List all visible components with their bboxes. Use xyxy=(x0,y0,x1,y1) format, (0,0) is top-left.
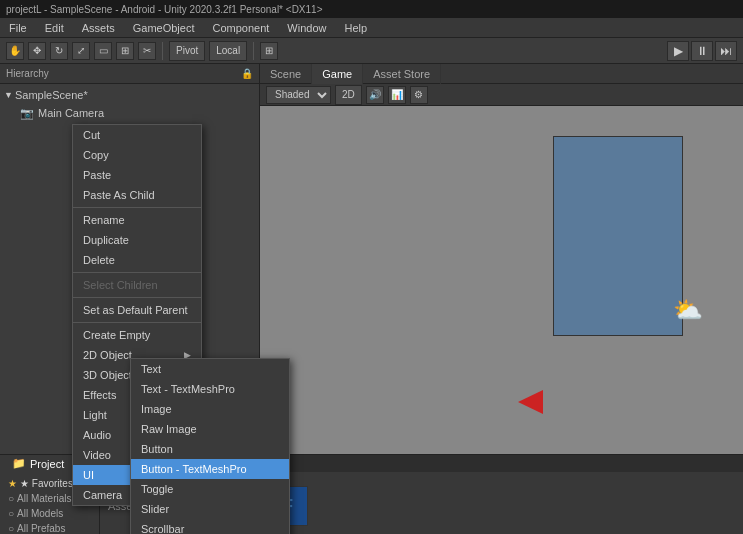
menu-bar: File Edit Assets GameObject Component Wi… xyxy=(0,18,743,38)
grid-icon[interactable]: ⊞ xyxy=(260,42,278,60)
menu-gameobject[interactable]: GameObject xyxy=(128,20,200,36)
ctx-rename[interactable]: Rename xyxy=(73,210,201,230)
transform-tool-icon[interactable]: ⊞ xyxy=(116,42,134,60)
step-button[interactable]: ⏭ xyxy=(715,41,737,61)
shaded-select[interactable]: Shaded xyxy=(266,86,331,104)
rotate-tool-icon[interactable]: ↻ xyxy=(50,42,68,60)
models-icon: ○ xyxy=(8,508,14,519)
project-tab-icon: 📁 xyxy=(12,457,26,470)
game-view: Scene Game Asset Store Shaded 2D 🔊 📊 ⚙ ⛅ xyxy=(260,64,743,514)
title-text: projectL - SampleScene - Android - Unity… xyxy=(6,4,322,15)
rect-tool-icon[interactable]: ▭ xyxy=(94,42,112,60)
gizmos-icon[interactable]: ⚙ xyxy=(410,86,428,104)
game-viewport xyxy=(553,136,683,336)
ctx-copy[interactable]: Copy xyxy=(73,145,201,165)
game-toolbar: Shaded 2D 🔊 📊 ⚙ xyxy=(260,84,743,106)
toolbar-separator-2 xyxy=(253,42,254,60)
materials-icon: ○ xyxy=(8,493,14,504)
menu-window[interactable]: Window xyxy=(282,20,331,36)
ctx-paste[interactable]: Paste xyxy=(73,165,201,185)
audio-toggle-icon[interactable]: 🔊 xyxy=(366,86,384,104)
sub-text[interactable]: Text xyxy=(131,359,289,379)
2d-toggle[interactable]: 2D xyxy=(335,85,362,105)
sub-button-tmpro[interactable]: Button - TextMeshPro xyxy=(131,459,289,479)
tab-game[interactable]: Game xyxy=(312,64,363,84)
hierarchy-content: ▼ SampleScene* 📷 Main Camera Cut Copy Pa… xyxy=(0,84,259,514)
camera-name: Main Camera xyxy=(38,107,104,119)
ctx-select-children: Select Children xyxy=(73,275,201,295)
tab-asset-store[interactable]: Asset Store xyxy=(363,64,441,84)
scene-name: SampleScene* xyxy=(15,89,88,101)
star-icon: ★ xyxy=(8,478,17,489)
arrow-annotation xyxy=(493,390,543,414)
bottom-tab-project[interactable]: 📁 Project xyxy=(0,455,76,472)
toolbar: ✋ ✥ ↻ ⤢ ▭ ⊞ ✂ Pivot Local ⊞ ▶ ⏸ ⏭ xyxy=(0,38,743,64)
toolbar-separator-1 xyxy=(162,42,163,60)
sub-slider[interactable]: Slider xyxy=(131,499,289,519)
red-arrow-icon xyxy=(493,390,543,414)
menu-component[interactable]: Component xyxy=(207,20,274,36)
menu-help[interactable]: Help xyxy=(339,20,372,36)
ctx-sep-2 xyxy=(73,272,201,273)
ctx-cut[interactable]: Cut xyxy=(73,125,201,145)
game-canvas: ⛅ xyxy=(260,106,743,514)
hierarchy-title: Hierarchy xyxy=(6,68,49,79)
sub-raw-image[interactable]: Raw Image xyxy=(131,419,289,439)
pivot-button[interactable]: Pivot xyxy=(169,41,205,61)
view-tabs-bar: Scene Game Asset Store xyxy=(260,64,743,84)
ctx-sep-3 xyxy=(73,297,201,298)
menu-edit[interactable]: Edit xyxy=(40,20,69,36)
sub-text-tmpro[interactable]: Text - TextMeshPro xyxy=(131,379,289,399)
hierarchy-scene-item[interactable]: ▼ SampleScene* xyxy=(0,86,259,104)
hand-tool-icon[interactable]: ✋ xyxy=(6,42,24,60)
prefabs-icon: ○ xyxy=(8,523,14,534)
ctx-set-default-parent[interactable]: Set as Default Parent xyxy=(73,300,201,320)
stats-icon[interactable]: 📊 xyxy=(388,86,406,104)
move-tool-icon[interactable]: ✥ xyxy=(28,42,46,60)
sub-toggle[interactable]: Toggle xyxy=(131,479,289,499)
tab-scene[interactable]: Scene xyxy=(260,64,312,84)
ui-submenu: Text Text - TextMeshPro Image Raw Image … xyxy=(130,358,290,534)
ctx-sep-1 xyxy=(73,207,201,208)
pause-button[interactable]: ⏸ xyxy=(691,41,713,61)
hierarchy-panel: Hierarchy 🔒 ▼ SampleScene* 📷 Main Camera… xyxy=(0,64,260,514)
scene-arrow-icon: ▼ xyxy=(4,90,13,100)
ctx-paste-as-child[interactable]: Paste As Child xyxy=(73,185,201,205)
ctx-duplicate[interactable]: Duplicate xyxy=(73,230,201,250)
hierarchy-lock-icon[interactable]: 🔒 xyxy=(241,68,253,79)
ctx-delete[interactable]: Delete xyxy=(73,250,201,270)
sub-image[interactable]: Image xyxy=(131,399,289,419)
title-bar: projectL - SampleScene - Android - Unity… xyxy=(0,0,743,18)
local-button[interactable]: Local xyxy=(209,41,247,61)
project-tab-label: Project xyxy=(30,458,64,470)
sub-scrollbar[interactable]: Scrollbar xyxy=(131,519,289,534)
sidebar-all-prefabs[interactable]: ○ All Prefabs xyxy=(4,521,95,534)
ctx-create-empty[interactable]: Create Empty xyxy=(73,325,201,345)
tab-asset-store-label: Asset Store xyxy=(373,68,430,80)
play-button[interactable]: ▶ xyxy=(667,41,689,61)
menu-assets[interactable]: Assets xyxy=(77,20,120,36)
custom-tool-icon[interactable]: ✂ xyxy=(138,42,156,60)
ctx-sep-4 xyxy=(73,322,201,323)
hierarchy-header: Hierarchy 🔒 xyxy=(0,64,259,84)
sidebar-all-models[interactable]: ○ All Models xyxy=(4,506,95,521)
main-layout: Hierarchy 🔒 ▼ SampleScene* 📷 Main Camera… xyxy=(0,64,743,514)
menu-file[interactable]: File xyxy=(4,20,32,36)
tab-game-label: Game xyxy=(322,68,352,80)
cloud-icon: ⛅ xyxy=(673,296,703,324)
scale-tool-icon[interactable]: ⤢ xyxy=(72,42,90,60)
tab-scene-label: Scene xyxy=(270,68,301,80)
hierarchy-camera-item[interactable]: 📷 Main Camera xyxy=(0,104,259,122)
play-controls: ▶ ⏸ ⏭ xyxy=(667,41,737,61)
camera-icon: 📷 xyxy=(20,107,34,120)
sub-button[interactable]: Button xyxy=(131,439,289,459)
